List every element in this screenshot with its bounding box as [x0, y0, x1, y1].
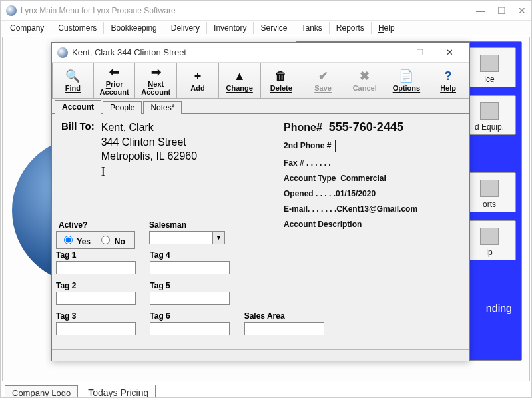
dialog-tabs: Account People Notes* [52, 99, 469, 114]
tab-account[interactable]: Account [55, 100, 101, 114]
salesman-group: Salesman ▼ [149, 220, 225, 244]
side-button-service[interactable]: ice [463, 47, 516, 87]
sales-area-input[interactable] [244, 322, 324, 335]
radio-yes[interactable] [64, 236, 73, 244]
tag4-input[interactable] [150, 261, 230, 274]
menu-inventory[interactable]: Inventory [207, 22, 254, 34]
side-button-label: lp [486, 248, 492, 257]
cancel-button: ✖Cancel [344, 63, 386, 99]
change-button[interactable]: ▲Change [219, 63, 261, 99]
account-details: Phone# 555-760-2445 2nd Phone # Fax # . … [284, 120, 417, 235]
menu-reports[interactable]: Reports [330, 22, 372, 34]
tag2-label: Tag 2 [56, 281, 136, 290]
dialog-close-icon[interactable]: ✕ [435, 43, 464, 62]
next-account-button[interactable]: ➡NextAccount [135, 63, 177, 99]
text-cursor: I [101, 164, 197, 178]
question-icon: ? [445, 69, 452, 83]
dialog-minimize-icon[interactable]: — [376, 43, 405, 62]
side-button-reports[interactable]: orts [463, 172, 516, 212]
salesman-label: Salesman [149, 220, 225, 230]
prior-account-button[interactable]: ⬅PriorAccount [94, 63, 136, 99]
menu-tanks[interactable]: Tanks [294, 22, 329, 34]
addr-citystate: Metropolis, IL 62960 [101, 149, 197, 164]
menu-customers[interactable]: Customers [51, 22, 104, 34]
delete-button[interactable]: 🗑Delete [261, 63, 303, 99]
account-type-value: Commercial [340, 174, 386, 183]
menu-bookkeeping[interactable]: Bookkeeping [104, 22, 164, 34]
add-button[interactable]: +Add [177, 63, 219, 99]
maximize-icon[interactable]: ☐ [497, 5, 506, 16]
phone-value: 555-760-2445 [329, 120, 403, 134]
dialog-title: Kent, Clark 344 Clinton Street [72, 47, 376, 57]
bill-to-address: Kent, Clark 344 Clinton Street Metropoli… [101, 120, 197, 178]
tag5-input[interactable] [150, 292, 230, 305]
side-button-equip[interactable]: d Equip. [463, 95, 516, 135]
dialog-body: Bill To: Kent, Clark 344 Clinton Street … [52, 114, 469, 349]
tag6-label: Tag 6 [150, 311, 230, 321]
tag1-input[interactable] [56, 261, 136, 274]
side-button-label: ice [484, 75, 494, 84]
addr-street: 344 Clinton Street [101, 135, 197, 150]
wrench-icon [480, 55, 499, 72]
tag5-label: Tag 5 [150, 281, 230, 290]
find-button[interactable]: 🔍Find [52, 63, 94, 99]
menu-company[interactable]: Company [3, 22, 51, 34]
active-group: Active? Yes No [56, 220, 135, 249]
salesman-combo[interactable]: ▼ [149, 231, 225, 244]
active-yes-radio[interactable]: Yes [61, 237, 91, 246]
help-icon [480, 228, 499, 245]
main-title: Lynx Main Menu for Lynx Propane Software [21, 6, 476, 15]
radio-no[interactable] [101, 236, 110, 244]
check-icon: ✔ [318, 69, 328, 83]
chevron-down-icon[interactable]: ▼ [213, 231, 225, 244]
tab-notes[interactable]: Notes* [143, 101, 182, 114]
tab-company-logo[interactable]: Company Logo [5, 385, 78, 398]
bottom-tabs: Company Logo Todays Pricing [1, 383, 531, 398]
customer-dialog: Kent, Clark 344 Clinton Street — ☐ ✕ 🔍Fi… [51, 42, 470, 361]
options-button[interactable]: 📄Options [386, 63, 428, 99]
salesman-input[interactable] [149, 231, 213, 244]
tag1-label: Tag 1 [56, 250, 136, 260]
menu-service[interactable]: Service [254, 22, 294, 34]
triangle-icon: ▲ [234, 69, 246, 83]
tag4-label: Tag 4 [150, 250, 230, 260]
active-no-radio[interactable]: No [98, 237, 125, 246]
panel-text: nding [486, 303, 512, 315]
email-value: CKent13@Gmail.com [336, 204, 417, 214]
tag-grid: Tag 1 Tag 4 Tag 2 Tag 5 Tag 3 Tag 6 Sale… [56, 250, 336, 342]
tag3-input[interactable] [56, 322, 136, 335]
description-label: Account Description [284, 220, 362, 229]
phone2-label: 2nd Phone # [284, 141, 331, 150]
phone2-cursor [335, 140, 336, 152]
save-button: ✔Save [302, 63, 344, 99]
account-type-label: Account Type [284, 174, 336, 183]
active-label: Active? [56, 220, 135, 230]
x-icon: ✖ [360, 69, 370, 83]
dialog-window-controls: — ☐ ✕ [376, 43, 464, 62]
email-label: E-mail. . . . . . . [284, 204, 336, 214]
tag2-input[interactable] [56, 292, 136, 305]
dialog-titlebar[interactable]: Kent, Clark 344 Clinton Street — ☐ ✕ [52, 43, 469, 63]
close-icon[interactable]: ✕ [518, 5, 526, 16]
tab-people[interactable]: People [103, 101, 142, 114]
side-button-help[interactable]: lp [463, 220, 516, 260]
side-button-label: orts [483, 200, 496, 209]
help-button[interactable]: ?Help [427, 63, 469, 99]
dialog-toolbar: 🔍Find ⬅PriorAccount ➡NextAccount +Add ▲C… [52, 63, 469, 99]
bill-to-label: Bill To: [61, 120, 95, 178]
tab-todays-pricing[interactable]: Todays Pricing [81, 385, 156, 398]
report-icon [480, 180, 499, 197]
menu-delivery[interactable]: Delivery [164, 22, 207, 34]
tanks-icon [480, 102, 499, 120]
opened-label: Opened . . . . . [284, 189, 336, 198]
dialog-maximize-icon[interactable]: ☐ [405, 43, 435, 62]
menubar: Company Customers Bookkeeping Delivery I… [1, 21, 531, 35]
fax-label: Fax # . . . . . . [284, 158, 331, 168]
sales-area-label: Sales Area [244, 311, 324, 321]
menu-help[interactable]: Help [372, 22, 401, 34]
tag3-label: Tag 3 [56, 311, 136, 321]
main-window-controls: — ☐ ✕ [476, 5, 526, 16]
magnifier-icon: 🔍 [65, 69, 80, 83]
tag6-input[interactable] [150, 322, 230, 335]
minimize-icon[interactable]: — [476, 5, 485, 16]
